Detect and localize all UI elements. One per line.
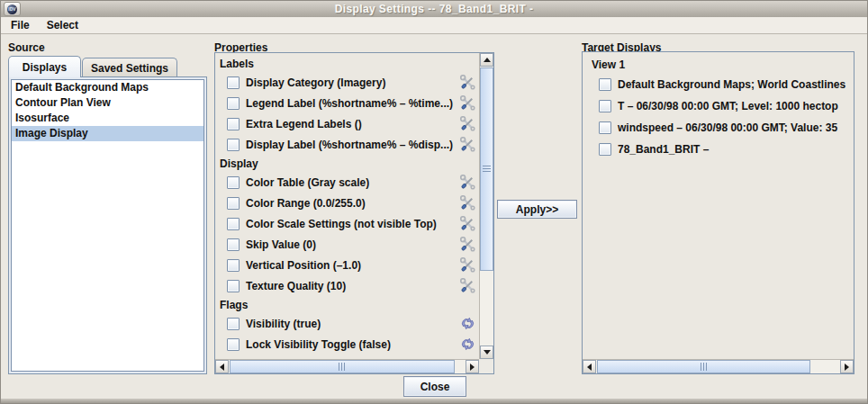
checkbox[interactable] (227, 338, 240, 351)
target-row-label: T – 06/30/98 00:00 GMT; Level: 1000 hect… (618, 100, 838, 112)
window-menu-button[interactable]: IDV (4, 2, 21, 16)
property-label: Skip Value (0) (246, 238, 316, 251)
checkbox[interactable] (227, 197, 240, 210)
idv-logo-icon: IDV (7, 4, 17, 14)
displays-list: Default Background Maps Contour Plan Vie… (11, 79, 204, 372)
scroll-up-button[interactable] (480, 53, 493, 67)
list-item-image-display[interactable]: Image Display (12, 126, 203, 141)
vertical-scrollbar-thumb[interactable] (480, 67, 493, 271)
checkbox[interactable] (227, 176, 240, 189)
triangle-up-icon (484, 58, 491, 62)
list-item-isosurface[interactable]: Isosurface (12, 111, 203, 126)
tools-icon[interactable] (460, 137, 475, 152)
property-label: Color Table (Gray scale) (246, 176, 369, 189)
tab-displays[interactable]: Displays (8, 56, 81, 77)
property-row-skip-value: Skip Value (0) (215, 234, 479, 255)
properties-horizontal-scrollbar[interactable] (215, 359, 479, 373)
target-row-label: 78_Band1_BRIT – (618, 143, 709, 156)
group-header-flags: Flags (215, 296, 479, 313)
property-row-color-table: Color Table (Gray scale) (215, 172, 479, 193)
properties-vertical-scrollbar[interactable] (479, 53, 493, 359)
property-row-display-category: Display Category (Imagery) (215, 72, 479, 93)
properties-scrollpane: Labels Display Category (Imagery) Legend… (214, 52, 494, 374)
close-button[interactable]: Close (403, 376, 466, 397)
source-label: Source (8, 41, 45, 54)
target-row-label: windspeed – 06/30/98 00:00 GMT; Value: 3… (618, 121, 837, 134)
property-label: Color Range (0.0/255.0) (246, 197, 366, 210)
property-label: Lock Visibility Toggle (false) (246, 338, 391, 351)
scroll-down-button[interactable] (480, 346, 493, 359)
property-label: Display Category (Imagery) (246, 76, 385, 89)
checkbox[interactable] (599, 143, 611, 156)
tools-icon[interactable] (460, 195, 475, 211)
menu-bar: File Select (1, 17, 867, 34)
property-row-lock-visibility-toggle: Lock Visibility Toggle (false) (215, 334, 479, 355)
property-row-color-range: Color Range (0.0/255.0) (215, 193, 479, 213)
checkbox[interactable] (227, 238, 240, 251)
triangle-right-icon (470, 364, 475, 371)
property-label: Visibility (true) (246, 318, 321, 330)
property-row-extra-legend-labels: Extra Legend Labels () (215, 113, 479, 134)
tab-saved-settings[interactable]: Saved Settings (82, 58, 177, 77)
menu-select[interactable]: Select (45, 18, 80, 32)
checkbox[interactable] (227, 280, 240, 292)
scroll-right-button[interactable] (840, 360, 854, 373)
property-row-texture-quality: Texture Quality (10) (215, 275, 479, 296)
scroll-right-button[interactable] (466, 360, 479, 373)
view-1-label: View 1 (583, 52, 854, 74)
title-bar[interactable]: IDV Display Settings -- 78_Band1_BRIT - (1, 1, 867, 17)
checkbox[interactable] (599, 100, 611, 112)
cycle-icon[interactable] (460, 316, 475, 331)
scroll-left-button[interactable] (215, 360, 229, 373)
menu-file[interactable]: File (9, 18, 32, 32)
checkbox[interactable] (227, 259, 240, 272)
target-displays-panel: View 1 Default Background Maps; World Co… (582, 51, 854, 374)
property-label: Texture Quality (10) (246, 280, 346, 292)
property-label: Legend Label (%shortname% – %time...) (246, 97, 453, 110)
tools-icon[interactable] (460, 175, 475, 190)
target-horizontal-scrollbar[interactable] (583, 359, 854, 373)
tools-icon[interactable] (460, 75, 475, 90)
list-item-contour-plan-view[interactable]: Contour Plan View (12, 95, 203, 111)
thumb-grip-icon (701, 363, 708, 371)
apply-button-label: Apply>> (516, 203, 558, 216)
checkbox[interactable] (599, 78, 611, 91)
scroll-left-button[interactable] (583, 360, 596, 373)
tab-saved-settings-label: Saved Settings (91, 62, 168, 75)
tools-icon[interactable] (460, 278, 475, 293)
triangle-left-icon (587, 364, 592, 371)
display-settings-window: IDV Display Settings -- 78_Band1_BRIT - … (0, 0, 868, 404)
checkbox[interactable] (227, 118, 240, 130)
cycle-icon[interactable] (460, 337, 475, 352)
property-label: Vertical Position (–1.0) (246, 259, 361, 272)
tools-icon[interactable] (460, 116, 475, 131)
checkbox[interactable] (227, 97, 240, 110)
apply-button[interactable]: Apply>> (497, 200, 577, 219)
tools-icon[interactable] (460, 237, 475, 252)
target-row-default-background-maps: Default Background Maps; World Coastline… (599, 74, 854, 95)
property-row-visibility: Visibility (true) (215, 313, 479, 334)
checkbox[interactable] (227, 76, 240, 89)
group-header-text: Labels (220, 58, 254, 70)
tab-displays-label: Displays (23, 61, 67, 74)
horizontal-scrollbar-thumb[interactable] (230, 360, 455, 373)
checkbox[interactable] (227, 139, 240, 151)
horizontal-scrollbar-thumb[interactable] (597, 360, 810, 373)
checkbox[interactable] (227, 218, 240, 230)
checkbox[interactable] (227, 318, 240, 330)
property-row-legend-label: Legend Label (%shortname% – %time...) (215, 93, 479, 113)
target-row-windspeed: windspeed – 06/30/98 00:00 GMT; Value: 3… (599, 117, 854, 139)
group-header-labels: Labels (215, 55, 479, 72)
property-row-vertical-position: Vertical Position (–1.0) (215, 255, 479, 275)
tools-icon[interactable] (460, 257, 475, 273)
tools-icon[interactable] (460, 216, 475, 231)
thumb-grip-icon (339, 363, 346, 371)
thumb-grip-icon (483, 166, 491, 173)
scrollbar-corner (479, 359, 493, 373)
checkbox[interactable] (599, 121, 611, 134)
list-item-default-background-maps[interactable]: Default Background Maps (12, 80, 203, 95)
property-label: Display Label (%shortname% – %disp...) (246, 139, 453, 151)
target-row-78-band1-brit: 78_Band1_BRIT – (599, 139, 854, 160)
group-header-text: Display (220, 157, 258, 170)
tools-icon[interactable] (460, 95, 475, 111)
